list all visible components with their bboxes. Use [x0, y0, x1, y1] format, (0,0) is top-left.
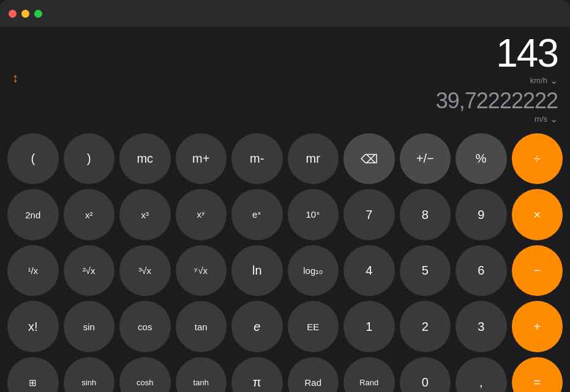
- plus-minus-button[interactable]: +/−: [400, 133, 451, 185]
- divide-button[interactable]: ÷: [512, 133, 563, 185]
- sinh-button[interactable]: sinh: [64, 357, 115, 392]
- rad-button[interactable]: Rad: [288, 357, 339, 392]
- 3-button[interactable]: 3: [456, 301, 507, 352]
- sin-button[interactable]: sin: [64, 301, 115, 352]
- xy-button[interactable]: xʸ: [176, 189, 227, 240]
- 2nd-button[interactable]: 2nd: [7, 189, 59, 240]
- minus-button[interactable]: −: [512, 245, 563, 297]
- tan-button[interactable]: tan: [176, 301, 227, 352]
- sqrt3-button[interactable]: ³√x: [119, 245, 171, 297]
- comma-button[interactable]: ,: [456, 357, 507, 392]
- percent-button[interactable]: %: [456, 133, 507, 185]
- ln-button[interactable]: ln: [231, 245, 283, 297]
- plus-button[interactable]: +: [512, 301, 563, 352]
- calculator-icon-button[interactable]: ⊞: [7, 357, 59, 392]
- buttons-grid: ()mcm+m-mr⌫+/−%÷2ndx²x³xʸeˣ10ˣ789×¹/x²√x…: [0, 128, 570, 392]
- cosh-button[interactable]: cosh: [119, 357, 171, 392]
- minimize-button[interactable]: [21, 10, 29, 18]
- mminus-button[interactable]: m-: [231, 133, 283, 185]
- unit-arrows-main[interactable]: ⌄: [550, 75, 558, 86]
- 5-button[interactable]: 5: [400, 245, 451, 297]
- 10x-button[interactable]: 10ˣ: [288, 189, 339, 240]
- ex-button[interactable]: eˣ: [231, 189, 283, 240]
- mc-button[interactable]: mc: [119, 133, 171, 185]
- rand-button[interactable]: Rand: [343, 357, 395, 392]
- 1x-button[interactable]: ¹/x: [7, 245, 59, 297]
- pi-button[interactable]: π: [231, 357, 283, 392]
- swap-icon[interactable]: ↕: [12, 70, 18, 84]
- 8-button[interactable]: 8: [400, 189, 451, 240]
- x3-button[interactable]: x³: [119, 189, 171, 240]
- close-button[interactable]: [9, 10, 17, 18]
- main-value: 143: [496, 32, 558, 75]
- log10-button[interactable]: log₁₀: [288, 245, 339, 297]
- 0-button[interactable]: 0: [400, 357, 451, 392]
- xfact-button[interactable]: x!: [7, 301, 59, 352]
- maximize-button[interactable]: [34, 10, 42, 18]
- cos-button[interactable]: cos: [119, 301, 171, 352]
- secondary-unit-label: m/s: [534, 114, 547, 124]
- backspace-button[interactable]: ⌫: [343, 133, 395, 185]
- title-bar: [0, 0, 570, 27]
- 6-button[interactable]: 6: [456, 245, 507, 297]
- open-paren-button[interactable]: (: [7, 133, 59, 185]
- e-button[interactable]: e: [231, 301, 283, 352]
- equals-button[interactable]: =: [512, 357, 563, 392]
- 9-button[interactable]: 9: [456, 189, 507, 240]
- mplus-button[interactable]: m+: [176, 133, 227, 185]
- unit-arrows-secondary[interactable]: ⌄: [550, 113, 558, 125]
- close-paren-button[interactable]: ): [64, 133, 115, 185]
- 4-button[interactable]: 4: [343, 245, 395, 297]
- mr-button[interactable]: mr: [288, 133, 339, 185]
- sqrt2-button[interactable]: ²√x: [64, 245, 115, 297]
- 2-button[interactable]: 2: [400, 301, 451, 352]
- 1-button[interactable]: 1: [343, 301, 395, 352]
- display-area: ↕ 143 km/h ⌄ 39,72222222 m/s ⌄: [0, 27, 570, 128]
- x2-button[interactable]: x²: [64, 189, 115, 240]
- multiply-button[interactable]: ×: [512, 189, 563, 240]
- main-unit-label: km/h: [530, 76, 547, 85]
- sqrty-button[interactable]: ʸ√x: [176, 245, 227, 297]
- secondary-value: 39,72222222: [436, 89, 558, 113]
- EE-button[interactable]: EE: [288, 301, 339, 352]
- 7-button[interactable]: 7: [343, 189, 395, 240]
- tanh-button[interactable]: tanh: [176, 357, 227, 392]
